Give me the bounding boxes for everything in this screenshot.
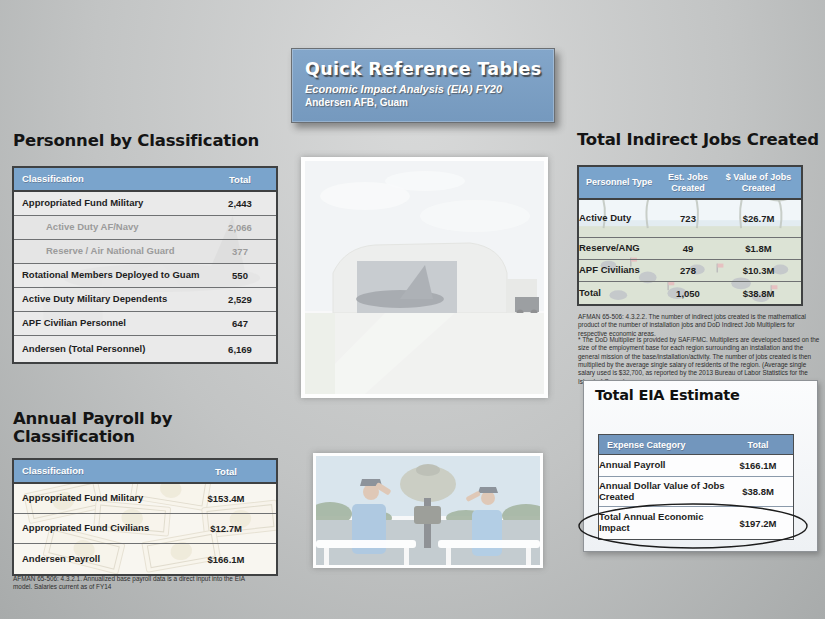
table-row: Reserve / Air National Guard 377 xyxy=(14,240,276,264)
payroll-heading: Annual Payroll by Classification xyxy=(13,410,172,447)
row-label: APF Civilian Personnel xyxy=(14,318,204,329)
row-label: Andersen Payroll xyxy=(14,554,176,565)
row-value: $10.3M xyxy=(719,265,798,276)
eia-table: Expense Category Total Annual Payroll $1… xyxy=(598,434,794,540)
row-label: Appropriated Fund Civilians xyxy=(14,523,176,534)
row-value: 2,443 xyxy=(204,198,276,209)
row-type: Total xyxy=(579,288,657,299)
row-label: Appropriated Fund Military xyxy=(14,493,176,504)
indirect-jobs-table: Personnel Type Est. Jobs Created $ Value… xyxy=(577,165,803,306)
salute-photo xyxy=(313,453,543,568)
table-row: Appropriated Fund Military $153.4M xyxy=(14,484,276,514)
col-header-classification: Classification xyxy=(14,174,204,185)
table-row: Active Duty Military Dependents 2,529 xyxy=(14,288,276,312)
title-box: Quick Reference Tables Economic Impact A… xyxy=(291,48,555,123)
hangar-photo-art xyxy=(305,161,544,394)
table-row: Andersen Payroll $166.1M xyxy=(14,544,276,574)
table-row: Total Annual Economic Impact $197.2M xyxy=(599,507,793,539)
slide-subtitle: Economic Impact Analysis (EIA) FY20 xyxy=(305,83,554,95)
row-type: Active Duty xyxy=(579,213,657,224)
table-row: APF Civilian Personnel 647 xyxy=(14,312,276,336)
table-row: Appropriated Fund Civilians $12.7M xyxy=(14,514,276,544)
payroll-table-header: Classification Total xyxy=(14,460,276,484)
salute-photo-art xyxy=(316,456,540,565)
row-value: $1.8M xyxy=(719,243,798,254)
row-label: Reserve / Air National Guard xyxy=(14,246,204,257)
col-header-personnel-type: Personnel Type xyxy=(579,177,657,188)
table-row: Active Duty 723 $26.7M xyxy=(579,200,801,238)
col-header-value-jobs: $ Value of Jobs Created xyxy=(719,172,798,194)
col-header-est-jobs: Est. Jobs Created xyxy=(657,172,719,194)
slide-title: Quick Reference Tables xyxy=(305,59,554,79)
table-row: Reserve/ANG 49 $1.8M xyxy=(579,238,801,260)
table-row: Total 1,050 $38.8M xyxy=(579,282,801,304)
table-row: APF Civilians 278 $10.3M xyxy=(579,260,801,282)
payroll-heading-line2: Classification xyxy=(13,428,172,446)
hangar-photo xyxy=(301,157,548,398)
payroll-heading-line1: Annual Payroll by xyxy=(13,410,172,428)
payroll-footnote: AFMAN 65-506: 4.3.2.1. Annualized base p… xyxy=(13,575,248,592)
row-value: $38.8M xyxy=(725,486,791,497)
row-value: $153.4M xyxy=(176,493,276,504)
eia-panel: Total EIA Estimate Expense Category Tota… xyxy=(583,380,818,552)
row-value: 6,169 xyxy=(204,344,276,355)
row-value: $166.1M xyxy=(725,460,791,471)
col-header-total: Total xyxy=(204,174,276,185)
table-row: Annual Dollar Value of Jobs Created $38.… xyxy=(599,477,793,507)
row-jobs: 278 xyxy=(657,265,719,276)
row-value: $38.8M xyxy=(719,288,798,299)
personnel-table-header: Classification Total xyxy=(14,168,276,192)
row-label: Active Duty AF/Navy xyxy=(14,222,204,233)
col-header-classification: Classification xyxy=(14,466,176,477)
col-header-total: Total xyxy=(176,466,276,477)
row-value: $26.7M xyxy=(719,213,798,224)
row-value: 550 xyxy=(204,270,276,281)
row-label: Active Duty Military Dependents xyxy=(14,294,204,305)
slide-background: Quick Reference Tables Economic Impact A… xyxy=(0,0,825,619)
row-value: 2,529 xyxy=(204,294,276,305)
row-value: $197.2M xyxy=(725,518,791,529)
row-jobs: 723 xyxy=(657,213,719,224)
row-label: Rotational Members Deployed to Guam xyxy=(14,270,204,281)
table-row: Rotational Members Deployed to Guam 550 xyxy=(14,264,276,288)
row-jobs: 1,050 xyxy=(657,288,719,299)
personnel-heading: Personnel by Classification xyxy=(13,132,259,150)
row-type: Reserve/ANG xyxy=(579,243,657,254)
slide-location: Andersen AFB, Guam xyxy=(305,97,554,108)
eia-table-header: Expense Category Total xyxy=(599,435,793,455)
table-row: Andersen (Total Personnel) 6,169 xyxy=(14,336,276,362)
table-row: Appropriated Fund Military 2,443 xyxy=(14,192,276,216)
row-label: Annual Payroll xyxy=(599,460,725,471)
row-label: Andersen (Total Personnel) xyxy=(14,344,204,355)
col-header-expense-category: Expense Category xyxy=(599,440,725,450)
row-label: Total Annual Economic Impact xyxy=(599,512,725,534)
payroll-table: Classification Total Appropriated Fund M… xyxy=(12,458,278,576)
col-header-total: Total xyxy=(725,440,791,450)
table-row: Active Duty AF/Navy 2,066 xyxy=(14,216,276,240)
row-value: $12.7M xyxy=(176,523,276,534)
row-value: 2,066 xyxy=(204,222,276,233)
personnel-table: Classification Total Appropriated Fund M… xyxy=(12,166,278,364)
row-label: Appropriated Fund Military xyxy=(14,198,204,209)
row-jobs: 49 xyxy=(657,243,719,254)
indirect-footnote-1: AFMAN 65-506: 4.3.2.2. The number of ind… xyxy=(578,313,820,338)
row-label: Annual Dollar Value of Jobs Created xyxy=(599,481,725,503)
indirect-table-header: Personnel Type Est. Jobs Created $ Value… xyxy=(579,167,801,200)
eia-heading: Total EIA Estimate xyxy=(595,387,740,403)
indirect-footnote-2: * The DoD Multiplier is provided by SAF/… xyxy=(578,336,820,386)
row-value: $166.1M xyxy=(176,554,276,565)
row-value: 647 xyxy=(204,318,276,329)
row-type: APF Civilians xyxy=(579,265,657,276)
row-value: 377 xyxy=(204,246,276,257)
indirect-jobs-heading: Total Indirect Jobs Created xyxy=(577,131,819,149)
table-row: Annual Payroll $166.1M xyxy=(599,455,793,477)
